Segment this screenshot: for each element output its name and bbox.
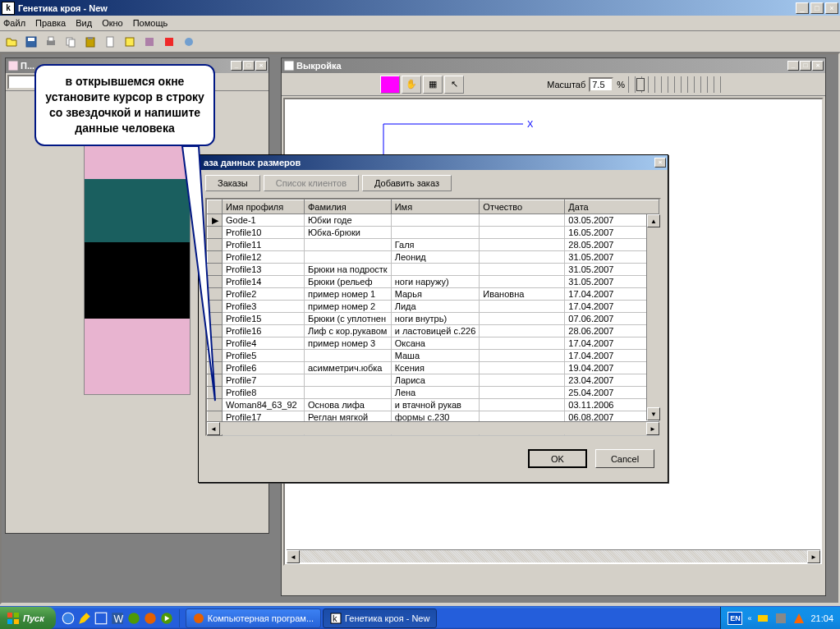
cell-name[interactable]: Леонид xyxy=(391,251,480,264)
task-item-1[interactable]: Компьютерная програм... xyxy=(186,608,321,628)
toolbar-btn8-icon[interactable] xyxy=(140,33,158,51)
tray-expand-icon[interactable]: « xyxy=(747,614,751,622)
cell-patronymic[interactable] xyxy=(480,276,565,288)
cell-date[interactable]: 03.05.2007 xyxy=(565,214,659,227)
ql-globe-icon[interactable] xyxy=(126,611,141,626)
col-name[interactable]: Имя xyxy=(391,200,480,214)
tray-icon-2[interactable] xyxy=(774,612,787,625)
cell-surname[interactable]: пример номер 1 xyxy=(305,288,392,301)
cell-patronymic[interactable] xyxy=(480,374,565,387)
toolbar-paste-icon[interactable] xyxy=(80,33,99,51)
cell-surname[interactable] xyxy=(305,251,392,264)
cell-date[interactable]: 17.04.2007 xyxy=(565,301,659,313)
ok-button[interactable]: OK xyxy=(528,449,587,468)
toolbar-doc-icon[interactable] xyxy=(100,33,119,51)
task-item-2[interactable]: k Генетика кроя - New xyxy=(323,608,437,628)
cell-date[interactable]: 07.06.2007 xyxy=(565,313,659,325)
cell-surname[interactable] xyxy=(305,387,392,399)
cell-date[interactable]: 28.05.2007 xyxy=(565,239,659,251)
cell-name[interactable]: Оксана xyxy=(391,337,480,350)
minimize-button[interactable]: _ xyxy=(796,2,809,14)
table-row[interactable]: Profile10 Юбка-брюки 16.05.2007 xyxy=(208,227,659,239)
cell-patronymic[interactable] xyxy=(480,214,565,227)
hscroll-right-icon[interactable]: ► xyxy=(807,550,820,563)
cell-name[interactable]: Лена xyxy=(391,387,480,399)
tray-icon-3[interactable] xyxy=(792,612,806,625)
vscroll-down-icon[interactable]: ▼ xyxy=(647,407,660,420)
cell-date[interactable]: 03.11.2006 xyxy=(565,399,659,411)
ql-app-icon[interactable] xyxy=(94,611,108,626)
cell-date[interactable]: 28.06.2007 xyxy=(565,325,659,337)
left-close-button[interactable]: × xyxy=(255,61,267,71)
cell-surname[interactable]: пример номер 2 xyxy=(305,301,392,313)
cell-name[interactable]: Ксения xyxy=(391,362,480,374)
cell-surname[interactable]: Брюки (рельеф xyxy=(305,276,392,288)
table-row[interactable]: Profile14 Брюки (рельеф ноги наружу) 31.… xyxy=(208,276,659,288)
ql-media-icon[interactable] xyxy=(159,611,174,626)
menu-view[interactable]: Вид xyxy=(76,18,92,28)
cell-name[interactable] xyxy=(391,264,480,276)
tray-icon-1[interactable] xyxy=(756,612,769,625)
toolbar-btn10-icon[interactable] xyxy=(179,33,198,51)
cell-date[interactable]: 25.04.2007 xyxy=(565,387,659,399)
cell-patronymic[interactable] xyxy=(480,325,565,337)
cell-patronymic[interactable] xyxy=(480,399,565,411)
menu-window[interactable]: Окно xyxy=(102,18,123,28)
cell-patronymic[interactable] xyxy=(480,301,565,313)
cell-surname[interactable]: пример номер 3 xyxy=(305,337,392,350)
table-row[interactable]: Profile7 Лариса 23.04.2007 xyxy=(208,374,659,387)
dialog-titlebar[interactable]: аза данных размеров × xyxy=(199,155,668,170)
cell-name[interactable]: и ластовицей с.226 xyxy=(391,325,480,337)
toolbar-btn7-icon[interactable] xyxy=(120,33,139,51)
tab-add-order[interactable]: Добавить заказ xyxy=(362,175,452,191)
col-surname[interactable]: Фамилия xyxy=(305,200,392,214)
table-row[interactable]: Profile2 пример номер 1 Марья Ивановна 1… xyxy=(208,288,659,301)
cell-surname[interactable]: асимметрич.юбка xyxy=(305,362,392,374)
cell-patronymic[interactable] xyxy=(480,239,565,251)
table-row[interactable]: Profile15 Брюки (с уплотнен ноги внутрь)… xyxy=(208,313,659,325)
tool-grid-icon[interactable]: ▦ xyxy=(423,76,443,94)
table-row[interactable]: Profile12 Леонид 31.05.2007 xyxy=(208,251,659,264)
cell-date[interactable]: 23.04.2007 xyxy=(565,374,659,387)
ghscroll-right-icon[interactable]: ► xyxy=(646,422,659,435)
cell-patronymic[interactable] xyxy=(480,264,565,276)
table-row[interactable]: Profile3 пример номер 2 Лида 17.04.2007 xyxy=(208,301,659,313)
left-maximize-button[interactable]: □ xyxy=(243,61,255,71)
toolbar-open-icon[interactable] xyxy=(2,33,21,51)
cell-patronymic[interactable] xyxy=(480,313,565,325)
left-minimize-button[interactable]: _ xyxy=(231,61,242,71)
tab-clients[interactable]: Список клиентов xyxy=(264,175,359,191)
cell-patronymic[interactable]: Ивановна xyxy=(480,288,565,301)
menu-edit[interactable]: Правка xyxy=(35,18,66,28)
cell-date[interactable]: 17.04.2007 xyxy=(565,337,659,350)
cell-name[interactable]: Маша xyxy=(391,350,480,362)
tool-fill-icon[interactable] xyxy=(380,76,400,94)
cell-surname[interactable] xyxy=(305,239,392,251)
cell-patronymic[interactable] xyxy=(480,251,565,264)
language-indicator[interactable]: EN xyxy=(728,612,742,625)
tool-hand-icon[interactable]: ✋ xyxy=(402,76,421,94)
ql-firefox-icon[interactable] xyxy=(143,611,158,626)
ql-pencil-icon[interactable] xyxy=(77,611,92,626)
table-row[interactable]: Profile6 асимметрич.юбка Ксения 19.04.20… xyxy=(208,362,659,374)
vscroll-up-icon[interactable]: ▲ xyxy=(647,214,660,227)
cell-patronymic[interactable] xyxy=(480,387,565,399)
col-patronymic[interactable]: Отчество xyxy=(480,200,565,214)
ql-word-icon[interactable]: W xyxy=(110,611,125,626)
cell-surname[interactable] xyxy=(305,350,392,362)
scale-input[interactable] xyxy=(589,77,613,92)
table-row[interactable]: Profile4 пример номер 3 Оксана 17.04.200… xyxy=(208,337,659,350)
cell-date[interactable]: 31.05.2007 xyxy=(565,276,659,288)
cell-date[interactable]: 17.04.2007 xyxy=(565,288,659,301)
table-row[interactable]: Profile8 Лена 25.04.2007 xyxy=(208,387,659,399)
right-window-titlebar[interactable]: Выкройка _ □ × xyxy=(282,58,825,73)
right-minimize-button[interactable]: _ xyxy=(787,61,799,71)
cell-patronymic[interactable] xyxy=(480,362,565,374)
col-date[interactable]: Дата xyxy=(565,200,659,214)
cell-date[interactable]: 31.05.2007 xyxy=(565,264,659,276)
cell-name[interactable] xyxy=(391,227,480,239)
cell-surname[interactable]: Юбки годе xyxy=(305,214,392,227)
cell-date[interactable]: 19.04.2007 xyxy=(565,362,659,374)
table-row[interactable]: Profile16 Лиф с кор.рукавом и ластовицей… xyxy=(208,325,659,337)
tool-pointer-icon[interactable]: ↖ xyxy=(444,76,464,94)
